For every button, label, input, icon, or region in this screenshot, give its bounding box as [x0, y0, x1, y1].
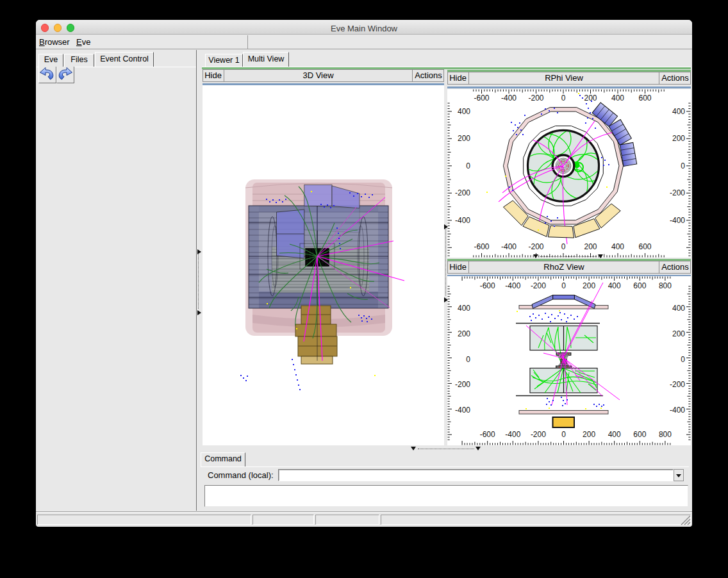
svg-text:0: 0: [561, 242, 566, 251]
svg-text:0: 0: [681, 161, 685, 170]
svg-text:200: 200: [583, 430, 595, 439]
svg-text:-200: -200: [528, 94, 543, 103]
svg-text:-200: -200: [670, 380, 685, 389]
svg-text:200: 200: [584, 242, 597, 251]
svg-text:200: 200: [672, 134, 685, 143]
svg-text:0: 0: [466, 355, 470, 364]
svg-text:-200: -200: [455, 380, 470, 389]
svg-text:600: 600: [633, 430, 646, 439]
svg-text:-400: -400: [505, 281, 520, 290]
svg-text:-200: -200: [531, 430, 546, 439]
svg-text:-600: -600: [474, 242, 489, 251]
svg-text:600: 600: [633, 281, 646, 290]
svg-text:-200: -200: [531, 281, 546, 290]
svg-text:200: 200: [584, 94, 597, 103]
svg-text:400: 400: [672, 304, 685, 313]
svg-text:-400: -400: [501, 94, 517, 103]
svg-text:400: 400: [458, 304, 470, 313]
svg-text:-600: -600: [480, 430, 495, 439]
svg-text:800: 800: [659, 281, 672, 290]
svg-text:-400: -400: [670, 216, 685, 225]
svg-text:-200: -200: [528, 242, 543, 251]
svg-text:-400: -400: [505, 430, 520, 439]
svg-text:400: 400: [458, 107, 470, 116]
svg-text:-200: -200: [670, 188, 685, 197]
svg-text:200: 200: [583, 281, 595, 290]
svg-text:800: 800: [659, 430, 672, 439]
svg-text:200: 200: [458, 329, 470, 338]
svg-text:-200: -200: [455, 188, 470, 197]
svg-text:0: 0: [466, 161, 470, 170]
svg-text:-400: -400: [455, 216, 470, 225]
svg-text:-400: -400: [670, 406, 685, 415]
svg-text:0: 0: [561, 281, 566, 290]
svg-text:0: 0: [561, 94, 566, 103]
svg-text:200: 200: [672, 329, 685, 338]
svg-text:400: 400: [611, 242, 624, 251]
svg-text:400: 400: [608, 430, 621, 439]
svg-text:400: 400: [611, 94, 624, 103]
svg-text:600: 600: [638, 242, 651, 251]
svg-text:-400: -400: [501, 242, 517, 251]
svg-text:400: 400: [608, 281, 621, 290]
svg-text:-400: -400: [455, 406, 470, 415]
svg-text:0: 0: [681, 355, 685, 364]
svg-text:600: 600: [638, 94, 651, 103]
svg-text:400: 400: [672, 107, 685, 116]
svg-text:200: 200: [458, 134, 470, 143]
svg-text:0: 0: [561, 430, 566, 439]
svg-text:-600: -600: [474, 94, 489, 103]
svg-text:-600: -600: [480, 281, 495, 290]
